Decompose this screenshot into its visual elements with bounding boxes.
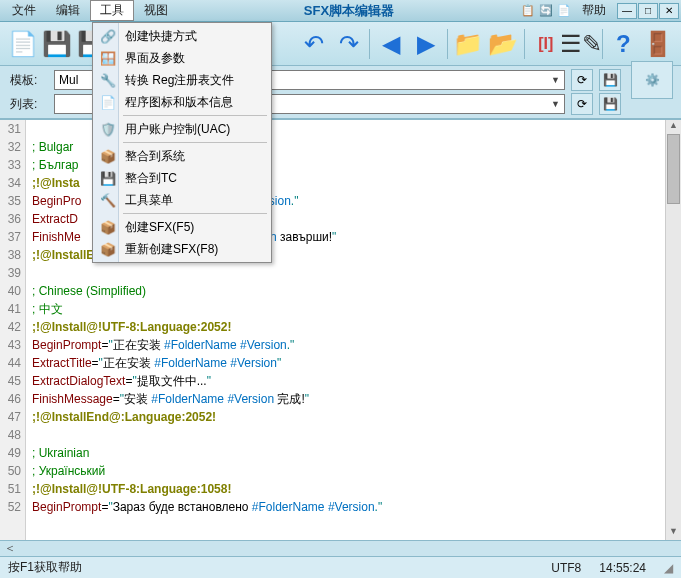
dropdown-item[interactable]: 📦重新创建SFX(F8)	[95, 238, 269, 260]
list-label: 列表:	[10, 96, 48, 113]
dropdown-item-label: 整合到TC	[125, 170, 177, 187]
dropdown-item-label: 重新创建SFX(F8)	[125, 241, 218, 258]
bracket-icon: [I]	[538, 36, 553, 52]
scroll-thumb[interactable]	[667, 134, 680, 204]
line-number: 34	[0, 174, 21, 192]
resize-grip[interactable]: ◢	[664, 561, 673, 575]
help-button[interactable]: ?	[607, 27, 641, 61]
minimize-button[interactable]: —	[617, 3, 637, 19]
dropdown-item[interactable]: 📄程序图标和版本信息	[95, 91, 269, 113]
menu-file[interactable]: 文件	[2, 0, 46, 21]
menu-edit[interactable]: 编辑	[46, 0, 90, 21]
title-icon-3[interactable]: 📄	[556, 3, 572, 19]
line-gutter: 3132333435363738394041424344454647484950…	[0, 120, 26, 540]
code-line: ;!@Install@!UTF-8:Language:2052!	[32, 318, 665, 336]
back-button[interactable]: ◀	[374, 27, 408, 61]
line-number: 39	[0, 264, 21, 282]
info-bar: ＜	[0, 540, 681, 556]
code-line: ExtractTitle="正在安装 #FolderName #Version"	[32, 354, 665, 372]
dropdown-item[interactable]: 📦创建SFX(F5)	[95, 216, 269, 238]
list-save-button[interactable]: 💾	[599, 93, 621, 115]
forward-button[interactable]: ▶	[409, 27, 443, 61]
scroll-up-arrow[interactable]: ▲	[666, 120, 681, 134]
code-line	[32, 264, 665, 282]
dropdown-separator	[123, 115, 267, 116]
dropdown-item-icon: 🔗	[99, 29, 117, 44]
title-icon-2[interactable]: 🔄	[538, 3, 554, 19]
exit-button[interactable]: 🚪	[641, 27, 675, 61]
line-number: 32	[0, 138, 21, 156]
line-number: 37	[0, 228, 21, 246]
new-icon: 📄	[8, 32, 38, 56]
dropdown-item-label: 程序图标和版本信息	[125, 94, 233, 111]
template-refresh-button[interactable]: ⟳	[571, 69, 593, 91]
code-line: ;!@InstallEnd@:Language:2052!	[32, 408, 665, 426]
line-number: 48	[0, 426, 21, 444]
settings-button[interactable]: ⚙️	[631, 61, 673, 99]
maximize-button[interactable]: □	[638, 3, 658, 19]
line-number: 51	[0, 480, 21, 498]
tools-dropdown: 🔗创建快捷方式🪟界面及参数🔧转换 Reg注册表文件📄程序图标和版本信息🛡️用户账…	[92, 22, 272, 263]
menu-view[interactable]: 视图	[134, 0, 178, 21]
dropdown-item[interactable]: 📦整合到系统	[95, 145, 269, 167]
dropdown-item[interactable]: 🔧转换 Reg注册表文件	[95, 69, 269, 91]
redo-button[interactable]: ↷	[332, 27, 366, 61]
list-refresh-button[interactable]: ⟳	[571, 93, 593, 115]
folder-button[interactable]: 📁	[452, 27, 486, 61]
status-help: 按F1获取帮助	[8, 559, 82, 576]
dropdown-item-label: 转换 Reg注册表文件	[125, 72, 234, 89]
code-line: ; Ukrainian	[32, 444, 665, 462]
dropdown-item-icon: 🔨	[99, 193, 117, 208]
scroll-down-arrow[interactable]: ▼	[666, 526, 681, 540]
dropdown-item-icon: 📄	[99, 95, 117, 110]
line-number: 38	[0, 246, 21, 264]
line-number: 52	[0, 498, 21, 516]
code-line	[32, 426, 665, 444]
list-icon: ☰✎	[560, 32, 602, 56]
toolbar-sep-4	[524, 29, 525, 59]
line-number: 45	[0, 372, 21, 390]
dropdown-item[interactable]: 🪟界面及参数	[95, 47, 269, 69]
vertical-scrollbar[interactable]: ▲ ▼	[665, 120, 681, 540]
close-button[interactable]: ✕	[659, 3, 679, 19]
line-number: 41	[0, 300, 21, 318]
list-button[interactable]: ☰✎	[564, 27, 598, 61]
disk-icon: 💾	[603, 73, 618, 87]
undo-button[interactable]: ↶	[297, 27, 331, 61]
title-icon-1[interactable]: 📋	[520, 3, 536, 19]
new-button[interactable]: 📄	[6, 27, 40, 61]
line-number: 42	[0, 318, 21, 336]
dropdown-item-icon: 📦	[99, 220, 117, 235]
dropdown-separator	[123, 213, 267, 214]
bracket-button[interactable]: [I]	[529, 27, 563, 61]
line-number: 33	[0, 156, 21, 174]
dropdown-item-icon: 🛡️	[99, 122, 117, 137]
template-label: 模板:	[10, 72, 48, 89]
menu-help[interactable]: 帮助	[572, 0, 616, 21]
dropdown-item[interactable]: 🛡️用户账户控制(UAC)	[95, 118, 269, 140]
folder2-icon: 📂	[488, 32, 518, 56]
dropdown-item[interactable]: 🔨工具菜单	[95, 189, 269, 211]
folder2-button[interactable]: 📂	[486, 27, 520, 61]
dropdown-item[interactable]: 🔗创建快捷方式	[95, 25, 269, 47]
menu-tools[interactable]: 工具	[90, 0, 134, 21]
exit-icon: 🚪	[643, 32, 673, 56]
gear-icon: ⚙️	[645, 73, 660, 87]
line-number: 40	[0, 282, 21, 300]
save-button[interactable]: 💾	[41, 27, 75, 61]
toolbar-sep-5	[602, 29, 603, 59]
toolbar-sep-3	[447, 29, 448, 59]
dropdown-separator	[123, 142, 267, 143]
dropdown-item[interactable]: 💾整合到TC	[95, 167, 269, 189]
window-title: SFX脚本编辑器	[178, 2, 520, 20]
template-save-button[interactable]: 💾	[599, 69, 621, 91]
back-icon: ◀	[382, 32, 400, 56]
line-number: 47	[0, 408, 21, 426]
code-line: ExtractDialogText="提取文件中..."	[32, 372, 665, 390]
redo-icon: ↷	[339, 32, 359, 56]
dropdown-item-label: 用户账户控制(UAC)	[125, 121, 230, 138]
undo-icon: ↶	[304, 32, 324, 56]
line-number: 46	[0, 390, 21, 408]
chevron-down-icon: ▼	[551, 99, 560, 109]
status-time: 14:55:24	[599, 561, 646, 575]
